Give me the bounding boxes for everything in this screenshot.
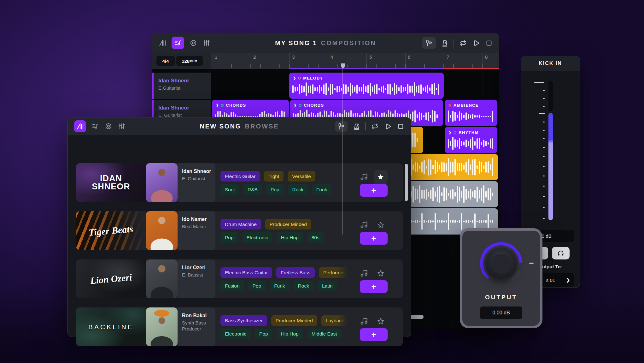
clip-expand-icon[interactable]: ❯ — [293, 76, 296, 80]
musician-card-ron-bakal[interactable]: BACKLINE Ron Bakal Synth Bass Producer B… — [76, 307, 403, 346]
genre-tag: Pop — [255, 329, 272, 339]
fader-track[interactable] — [548, 81, 553, 111]
banner-text: BACKLINE — [88, 323, 134, 331]
clip-melody[interactable]: ❯MELODY — [289, 73, 444, 99]
mixer-view-icon[interactable] — [118, 122, 126, 130]
preview-audio-icon[interactable] — [359, 268, 369, 278]
avatar — [146, 211, 178, 250]
add-musician-button[interactable]: + — [360, 184, 388, 197]
timeline-ruler[interactable]: 4/4 128BPM 1 2 3 4 5 6 7 8 — [152, 53, 499, 69]
record-dot — [448, 104, 451, 107]
metronome-icon[interactable] — [441, 39, 449, 47]
preview-audio-icon[interactable] — [359, 220, 369, 229]
time-signature-chip[interactable]: 4/4 — [156, 56, 175, 66]
skill-tag: Layback — [321, 315, 348, 326]
favorite-star-button[interactable] — [374, 266, 388, 280]
bar-ruler[interactable]: 1 2 3 4 5 6 7 8 — [211, 53, 499, 69]
clip-ambience[interactable]: AMBIENCE — [445, 100, 497, 126]
window-title: NEW SONG — [200, 123, 241, 130]
clip-expand-icon[interactable]: ❯ — [448, 131, 451, 134]
favorite-star-button[interactable] — [374, 314, 388, 328]
artist-banner: BACKLINE — [76, 307, 146, 346]
bar-number: 4 — [331, 54, 333, 60]
musician-nameplate: Lior Ozeri E. Bassist — [178, 259, 215, 298]
play-button[interactable] — [472, 39, 480, 47]
loop-toggle-button[interactable] — [459, 39, 467, 47]
genre-tag: Pop — [266, 184, 284, 195]
musician-role: Beat Maker — [182, 224, 212, 230]
skill-tag: Producer Minded — [265, 219, 311, 229]
track-role: E.Guitarist — [158, 85, 211, 91]
play-button[interactable] — [383, 122, 392, 130]
stop-button[interactable] — [396, 122, 405, 130]
skill-tag: Bass Synthesizer — [220, 315, 267, 326]
skill-tag: Electric Bass Guitar — [220, 267, 272, 278]
musician-role: E. Bassist — [182, 272, 212, 278]
browse-header: NEW SONGBROWSE — [68, 117, 411, 135]
favorite-star-button[interactable] — [374, 218, 388, 232]
bar-number: 6 — [408, 54, 410, 60]
add-musician-button[interactable]: + — [360, 232, 388, 245]
output-label: OUTPUT — [462, 294, 540, 301]
count-in-button[interactable] — [335, 121, 348, 132]
arrangement-view-icon[interactable] — [91, 122, 99, 130]
banner-text: IDAN — [100, 175, 122, 183]
musician-card-idan-shneor[interactable]: IDAN SHNEOR Idan Shneor E. Guitarist Ele… — [76, 163, 403, 202]
favorite-star-button[interactable] — [374, 170, 388, 184]
musician-card-ido-namer[interactable]: Tiger Beats Ido Namer Beat Maker Drum Ma… — [76, 211, 403, 250]
window-title: MY SONG 1 — [275, 39, 317, 46]
loop-view-icon[interactable] — [189, 39, 197, 47]
skill-tags: Electric Guitar Tight Versatile — [220, 171, 315, 182]
channel-title: KICK IN — [521, 56, 580, 71]
view-toolbar — [158, 37, 211, 49]
count-in-button[interactable] — [422, 37, 436, 49]
metronome-icon[interactable] — [352, 122, 360, 130]
preview-audio-icon[interactable] — [359, 172, 369, 182]
genre-tag: Funk — [312, 184, 331, 195]
banner-text: Lion Ozeri — [90, 272, 132, 286]
chevron-right-icon: ❯ — [566, 277, 570, 283]
preview-audio-icon[interactable] — [359, 316, 369, 326]
output-routing-value: s 01 — [546, 277, 555, 283]
headphones-cue-button[interactable] — [552, 247, 570, 259]
clip-expand-icon[interactable]: ❯ — [294, 104, 296, 107]
clip-label: AMBIENCE — [454, 103, 479, 108]
transport-controls — [422, 37, 493, 49]
genre-tag: Pop — [248, 281, 266, 291]
strings-view-icon[interactable] — [158, 39, 167, 47]
clip-status-dot — [221, 104, 224, 107]
waveform — [292, 82, 441, 96]
composition-header: MY SONG 1COMPOSITION — [152, 33, 499, 53]
musician-role: Synth Bass Producer — [182, 320, 212, 332]
output-value[interactable]: 0.00 dB — [480, 306, 522, 319]
knob-max-tick — [529, 263, 534, 264]
genre-tag: Rock — [288, 184, 308, 195]
genre-tag: Middle East — [307, 329, 342, 339]
mixer-view-icon[interactable] — [202, 39, 211, 47]
clip-expand-icon[interactable]: ❯ — [216, 104, 219, 107]
stop-button[interactable] — [485, 39, 493, 47]
add-musician-button[interactable]: + — [360, 328, 388, 341]
loop-toggle-button[interactable] — [371, 122, 379, 130]
volume-fader[interactable] — [548, 113, 553, 220]
add-musician-button[interactable]: + — [360, 280, 388, 293]
skill-tag: Producer Minded — [271, 315, 317, 326]
bpm-chip[interactable]: 128BPM — [176, 56, 203, 66]
arrangement-view-icon[interactable] — [172, 37, 184, 49]
avatar — [146, 163, 178, 202]
playhead-line — [342, 69, 343, 235]
waveform — [448, 109, 494, 123]
banner-text: Tiger Beats — [88, 223, 134, 238]
clip-rhythm[interactable]: ❯RHYTHM — [445, 127, 497, 153]
strings-view-icon[interactable] — [74, 120, 86, 132]
track-header-1[interactable]: Idan Shneor E.Guitarist — [152, 73, 211, 99]
output-knob[interactable] — [485, 247, 517, 279]
loop-view-icon[interactable] — [104, 122, 113, 130]
banner-text: SHNEOR — [92, 183, 130, 191]
musician-card-lior-ozeri[interactable]: Lion Ozeri Lior Ozeri E. Bassist Electri… — [76, 259, 403, 298]
window-subtitle: COMPOSITION — [321, 39, 376, 46]
vertical-scrollbar[interactable] — [405, 164, 408, 201]
fader-tick-zero — [539, 113, 545, 114]
musician-list: IDAN SHNEOR Idan Shneor E. Guitarist Ele… — [68, 135, 411, 337]
skill-tags: Electric Bass Guitar Fretless Bass Perfo… — [220, 267, 349, 278]
